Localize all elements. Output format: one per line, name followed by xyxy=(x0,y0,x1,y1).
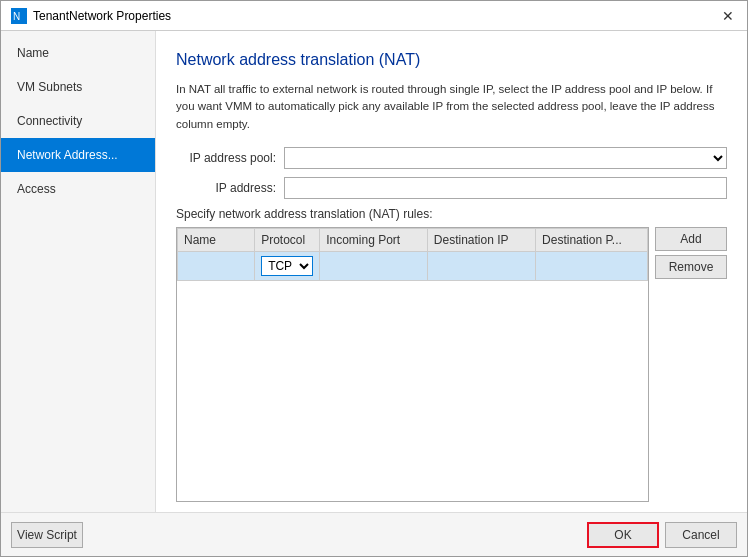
content-panel: Network address translation (NAT) In NAT… xyxy=(156,31,747,512)
footer-right-buttons: OK Cancel xyxy=(587,522,737,548)
sidebar-item-connectivity[interactable]: Connectivity xyxy=(1,104,155,138)
sidebar-item-name[interactable]: Name xyxy=(1,36,155,70)
svg-text:N: N xyxy=(13,11,20,22)
cell-destination-ip[interactable] xyxy=(427,251,535,280)
destination-ip-input[interactable] xyxy=(434,259,529,273)
title-bar: N TenantNetwork Properties ✕ xyxy=(1,1,747,31)
cell-protocol[interactable]: TCP UDP xyxy=(255,251,320,280)
incoming-port-input[interactable] xyxy=(326,259,421,273)
col-destination-ip: Destination IP xyxy=(427,228,535,251)
ip-address-row: IP address: xyxy=(176,177,727,199)
ok-button[interactable]: OK xyxy=(587,522,659,548)
sidebar: Name VM Subnets Connectivity Network Add… xyxy=(1,31,156,512)
close-button[interactable]: ✕ xyxy=(719,7,737,25)
col-incoming-port: Incoming Port xyxy=(320,228,428,251)
nat-table-container: Name Protocol Incoming Port Destination … xyxy=(176,227,649,502)
table-buttons: Add Remove xyxy=(655,227,727,502)
table-row[interactable]: TCP UDP xyxy=(178,251,648,280)
dialog-body: Name VM Subnets Connectivity Network Add… xyxy=(1,31,747,512)
page-title: Network address translation (NAT) xyxy=(176,51,727,69)
sidebar-item-vm-subnets[interactable]: VM Subnets xyxy=(1,70,155,104)
nat-rules-label: Specify network address translation (NAT… xyxy=(176,207,727,221)
cell-name[interactable] xyxy=(178,251,255,280)
ip-address-input[interactable] xyxy=(284,177,727,199)
destination-p-input[interactable] xyxy=(542,259,641,273)
ip-pool-label: IP address pool: xyxy=(176,151,276,165)
col-name: Name xyxy=(178,228,255,251)
protocol-select[interactable]: TCP UDP xyxy=(261,256,313,276)
description-text: In NAT all traffic to external network i… xyxy=(176,81,727,133)
ip-pool-row: IP address pool: xyxy=(176,147,727,169)
footer: View Script OK Cancel xyxy=(1,512,747,556)
dialog-window: N TenantNetwork Properties ✕ Name VM Sub… xyxy=(0,0,748,557)
name-input[interactable] xyxy=(184,259,248,273)
sidebar-item-network-address[interactable]: Network Address... xyxy=(1,138,155,172)
title-bar-left: N TenantNetwork Properties xyxy=(11,8,171,24)
cell-destination-p[interactable] xyxy=(536,251,648,280)
nat-rules-table: Name Protocol Incoming Port Destination … xyxy=(177,228,648,281)
add-button[interactable]: Add xyxy=(655,227,727,251)
cancel-button[interactable]: Cancel xyxy=(665,522,737,548)
view-script-button[interactable]: View Script xyxy=(11,522,83,548)
table-section: Name Protocol Incoming Port Destination … xyxy=(176,227,727,502)
sidebar-item-access[interactable]: Access xyxy=(1,172,155,206)
ip-address-label: IP address: xyxy=(176,181,276,195)
col-protocol: Protocol xyxy=(255,228,320,251)
remove-button[interactable]: Remove xyxy=(655,255,727,279)
cell-incoming-port[interactable] xyxy=(320,251,428,280)
app-icon: N xyxy=(11,8,27,24)
ip-pool-select[interactable] xyxy=(284,147,727,169)
dialog-title: TenantNetwork Properties xyxy=(33,9,171,23)
col-destination-p: Destination P... xyxy=(536,228,648,251)
